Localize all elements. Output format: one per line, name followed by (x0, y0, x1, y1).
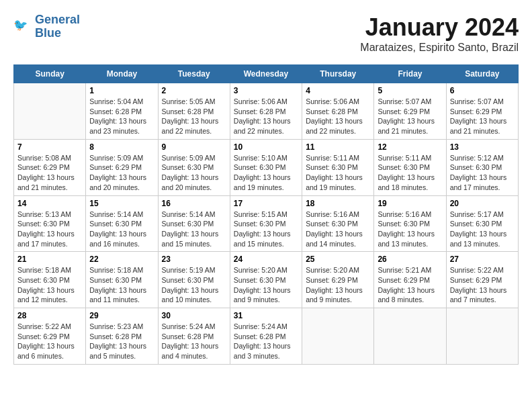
day-info: Sunrise: 5:21 AMSunset: 6:29 PMDaylight:… (378, 265, 442, 305)
calendar-day-header: Wednesday (230, 65, 302, 83)
day-info: Sunrise: 5:22 AMSunset: 6:29 PMDaylight:… (450, 265, 515, 305)
calendar-cell: 24Sunrise: 5:20 AMSunset: 6:30 PMDayligh… (230, 252, 302, 308)
calendar-cell: 21Sunrise: 5:18 AMSunset: 6:30 PMDayligh… (14, 252, 86, 308)
day-info: Sunrise: 5:23 AMSunset: 6:28 PMDaylight:… (89, 322, 154, 361)
calendar-cell: 25Sunrise: 5:20 AMSunset: 6:29 PMDayligh… (302, 252, 374, 308)
calendar-cell: 13Sunrise: 5:12 AMSunset: 6:30 PMDayligh… (446, 139, 518, 195)
calendar-day-header: Monday (86, 65, 158, 83)
calendar-day-header: Tuesday (158, 65, 230, 83)
day-number: 10 (234, 142, 298, 152)
day-info: Sunrise: 5:15 AMSunset: 6:30 PMDaylight:… (234, 210, 298, 249)
calendar-cell: 26Sunrise: 5:21 AMSunset: 6:29 PMDayligh… (374, 252, 446, 308)
day-number: 21 (17, 255, 82, 264)
day-number: 28 (17, 311, 82, 320)
day-number: 31 (234, 311, 298, 320)
day-info: Sunrise: 5:18 AMSunset: 6:30 PMDaylight:… (89, 265, 154, 305)
calendar-cell (374, 308, 446, 365)
day-number: 4 (306, 86, 370, 95)
day-info: Sunrise: 5:16 AMSunset: 6:30 PMDaylight:… (306, 210, 370, 249)
calendar-cell: 15Sunrise: 5:14 AMSunset: 6:30 PMDayligh… (86, 195, 158, 252)
calendar-cell: 19Sunrise: 5:16 AMSunset: 6:30 PMDayligh… (374, 195, 446, 252)
calendar-cell: 6Sunrise: 5:07 AMSunset: 6:29 PMDaylight… (446, 83, 518, 140)
day-info: Sunrise: 5:06 AMSunset: 6:28 PMDaylight:… (306, 97, 370, 136)
day-number: 2 (162, 86, 226, 95)
calendar-week-row: 1Sunrise: 5:04 AMSunset: 6:28 PMDaylight… (14, 83, 519, 140)
day-info: Sunrise: 5:11 AMSunset: 6:30 PMDaylight:… (378, 153, 442, 193)
day-info: Sunrise: 5:17 AMSunset: 6:30 PMDaylight:… (450, 210, 515, 249)
calendar-week-row: 14Sunrise: 5:13 AMSunset: 6:30 PMDayligh… (14, 195, 519, 252)
main-title: January 2024 (360, 13, 519, 42)
calendar-cell: 28Sunrise: 5:22 AMSunset: 6:29 PMDayligh… (14, 308, 86, 365)
calendar-cell: 30Sunrise: 5:24 AMSunset: 6:28 PMDayligh… (158, 308, 230, 365)
page-header: 🐦 General Blue January 2024 Marataizes, … (13, 13, 519, 54)
day-info: Sunrise: 5:05 AMSunset: 6:28 PMDaylight:… (162, 97, 226, 136)
day-number: 15 (89, 199, 154, 208)
day-info: Sunrise: 5:13 AMSunset: 6:30 PMDaylight:… (17, 210, 82, 249)
day-number: 24 (234, 255, 298, 264)
day-number: 18 (306, 199, 370, 208)
svg-text:🐦: 🐦 (13, 18, 28, 32)
logo-text: General Blue (35, 13, 80, 40)
calendar-cell (14, 83, 86, 140)
logo-icon: 🐦 (13, 17, 32, 36)
calendar-day-header: Sunday (14, 65, 86, 83)
calendar-week-row: 7Sunrise: 5:08 AMSunset: 6:29 PMDaylight… (14, 139, 519, 195)
calendar-cell: 9Sunrise: 5:09 AMSunset: 6:30 PMDaylight… (158, 139, 230, 195)
calendar-week-row: 28Sunrise: 5:22 AMSunset: 6:29 PMDayligh… (14, 308, 519, 365)
calendar-cell: 8Sunrise: 5:09 AMSunset: 6:29 PMDaylight… (86, 139, 158, 195)
day-number: 8 (89, 142, 154, 152)
day-info: Sunrise: 5:07 AMSunset: 6:29 PMDaylight:… (378, 97, 442, 136)
calendar-day-header: Friday (374, 65, 446, 83)
calendar-cell: 17Sunrise: 5:15 AMSunset: 6:30 PMDayligh… (230, 195, 302, 252)
day-info: Sunrise: 5:08 AMSunset: 6:29 PMDaylight:… (17, 153, 82, 193)
day-info: Sunrise: 5:24 AMSunset: 6:28 PMDaylight:… (234, 322, 298, 361)
calendar-cell: 18Sunrise: 5:16 AMSunset: 6:30 PMDayligh… (302, 195, 374, 252)
day-number: 19 (378, 199, 442, 208)
calendar-header-row: SundayMondayTuesdayWednesdayThursdayFrid… (14, 65, 519, 83)
day-info: Sunrise: 5:10 AMSunset: 6:30 PMDaylight:… (234, 153, 298, 193)
calendar-cell: 20Sunrise: 5:17 AMSunset: 6:30 PMDayligh… (446, 195, 518, 252)
calendar-cell: 12Sunrise: 5:11 AMSunset: 6:30 PMDayligh… (374, 139, 446, 195)
calendar-cell (446, 308, 518, 365)
calendar-cell: 23Sunrise: 5:19 AMSunset: 6:30 PMDayligh… (158, 252, 230, 308)
calendar-cell (302, 308, 374, 365)
day-info: Sunrise: 5:06 AMSunset: 6:28 PMDaylight:… (234, 97, 298, 136)
day-number: 7 (17, 142, 82, 152)
day-number: 26 (378, 255, 442, 264)
day-number: 25 (306, 255, 370, 264)
day-number: 17 (234, 199, 298, 208)
calendar-cell: 5Sunrise: 5:07 AMSunset: 6:29 PMDaylight… (374, 83, 446, 140)
day-number: 23 (162, 255, 226, 264)
calendar-table: SundayMondayTuesdayWednesdayThursdayFrid… (13, 64, 519, 365)
calendar-day-header: Thursday (302, 65, 374, 83)
calendar-cell: 1Sunrise: 5:04 AMSunset: 6:28 PMDaylight… (86, 83, 158, 140)
day-number: 29 (89, 311, 154, 320)
day-number: 3 (234, 86, 298, 95)
calendar-cell: 2Sunrise: 5:05 AMSunset: 6:28 PMDaylight… (158, 83, 230, 140)
calendar-day-header: Saturday (446, 65, 518, 83)
day-info: Sunrise: 5:07 AMSunset: 6:29 PMDaylight:… (450, 97, 515, 136)
calendar-cell: 4Sunrise: 5:06 AMSunset: 6:28 PMDaylight… (302, 83, 374, 140)
day-number: 16 (162, 199, 226, 208)
day-number: 27 (450, 255, 515, 264)
day-info: Sunrise: 5:12 AMSunset: 6:30 PMDaylight:… (450, 153, 515, 193)
day-number: 5 (378, 86, 442, 95)
day-number: 6 (450, 86, 515, 95)
calendar-cell: 11Sunrise: 5:11 AMSunset: 6:30 PMDayligh… (302, 139, 374, 195)
calendar-body: 1Sunrise: 5:04 AMSunset: 6:28 PMDaylight… (14, 83, 519, 365)
title-block: January 2024 Marataizes, Espirito Santo,… (360, 13, 519, 54)
calendar-cell: 22Sunrise: 5:18 AMSunset: 6:30 PMDayligh… (86, 252, 158, 308)
day-number: 11 (306, 142, 370, 152)
logo: 🐦 General Blue (13, 13, 80, 40)
day-number: 22 (89, 255, 154, 264)
day-info: Sunrise: 5:16 AMSunset: 6:30 PMDaylight:… (378, 210, 442, 249)
day-number: 13 (450, 142, 515, 152)
day-info: Sunrise: 5:24 AMSunset: 6:28 PMDaylight:… (162, 322, 226, 361)
logo-blue: Blue (35, 27, 80, 40)
calendar-cell: 14Sunrise: 5:13 AMSunset: 6:30 PMDayligh… (14, 195, 86, 252)
day-number: 14 (17, 199, 82, 208)
day-info: Sunrise: 5:14 AMSunset: 6:30 PMDaylight:… (162, 210, 226, 249)
day-number: 1 (89, 86, 154, 95)
calendar-cell: 27Sunrise: 5:22 AMSunset: 6:29 PMDayligh… (446, 252, 518, 308)
calendar-cell: 10Sunrise: 5:10 AMSunset: 6:30 PMDayligh… (230, 139, 302, 195)
